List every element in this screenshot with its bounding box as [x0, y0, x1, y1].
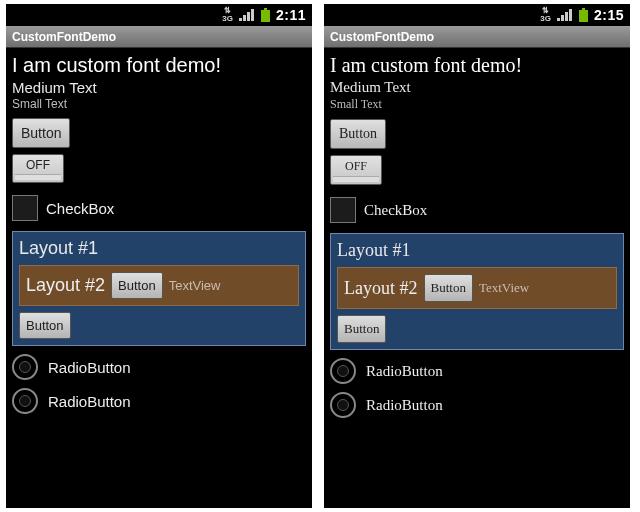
svg-rect-1	[264, 8, 267, 10]
svg-rect-3	[582, 8, 585, 10]
layout-2-title: Layout #2	[344, 278, 418, 299]
status-bar: ⇅3G 2:15	[324, 4, 630, 26]
layout-2-button[interactable]: Button	[111, 272, 163, 299]
radio-2[interactable]	[12, 388, 38, 414]
title-bar: CustomFontDemo	[6, 26, 312, 48]
network-3g-icon: ⇅3G	[540, 7, 551, 23]
checkbox-label: CheckBox	[46, 200, 114, 217]
radio-1[interactable]	[330, 358, 356, 384]
layout-2-panel: Layout #2 Button TextView	[337, 267, 617, 309]
button-1[interactable]: Button	[12, 118, 70, 148]
button-1[interactable]: Button	[330, 119, 386, 149]
network-3g-icon: ⇅3G	[222, 7, 233, 23]
heading-large: I am custom font demo!	[12, 54, 306, 77]
radio-2-label: RadioButton	[48, 393, 131, 410]
checkbox[interactable]	[12, 195, 38, 221]
battery-icon	[579, 8, 588, 22]
layout-1-panel: Layout #1 Layout #2 Button TextView Butt…	[330, 233, 624, 350]
radio-1[interactable]	[12, 354, 38, 380]
layout-1-button[interactable]: Button	[337, 315, 386, 343]
layout-1-panel: Layout #1 Layout #2 Button TextView Butt…	[12, 231, 306, 346]
status-bar: ⇅3G 2:11	[6, 4, 312, 26]
app-title: CustomFontDemo	[12, 30, 116, 44]
heading-small: Small Text	[12, 97, 306, 111]
layout-2-textview: TextView	[479, 280, 529, 296]
toggle-switch[interactable]: OFF	[12, 154, 64, 183]
status-time: 2:15	[594, 7, 624, 23]
layout-1-title: Layout #1	[337, 240, 617, 261]
svg-rect-2	[579, 10, 588, 22]
layout-1-button[interactable]: Button	[19, 312, 71, 339]
toggle-label: OFF	[345, 159, 367, 173]
checkbox-label: CheckBox	[364, 202, 427, 219]
radio-1-label: RadioButton	[48, 359, 131, 376]
heading-medium: Medium Text	[12, 79, 306, 96]
toggle-label: OFF	[26, 158, 50, 172]
heading-large: I am custom font demo!	[330, 54, 624, 77]
heading-small: Small Text	[330, 97, 624, 112]
svg-rect-0	[261, 10, 270, 22]
layout-1-title: Layout #1	[19, 238, 299, 259]
layout-2-button[interactable]: Button	[424, 274, 473, 302]
app-title: CustomFontDemo	[330, 30, 434, 44]
heading-medium: Medium Text	[330, 79, 624, 96]
status-time: 2:11	[276, 7, 306, 23]
radio-2[interactable]	[330, 392, 356, 418]
phone-left: ⇅3G 2:11 CustomFontDemo I am custom font…	[6, 4, 312, 508]
battery-icon	[261, 8, 270, 22]
title-bar: CustomFontDemo	[324, 26, 630, 48]
toggle-switch[interactable]: OFF	[330, 155, 382, 185]
signal-icon	[557, 9, 573, 21]
radio-1-label: RadioButton	[366, 363, 443, 380]
phone-right: ⇅3G 2:15 CustomFontDemo I am custom font…	[324, 4, 630, 508]
layout-2-title: Layout #2	[26, 275, 105, 296]
signal-icon	[239, 9, 255, 21]
radio-2-label: RadioButton	[366, 397, 443, 414]
checkbox[interactable]	[330, 197, 356, 223]
layout-2-textview: TextView	[169, 278, 221, 293]
layout-2-panel: Layout #2 Button TextView	[19, 265, 299, 306]
